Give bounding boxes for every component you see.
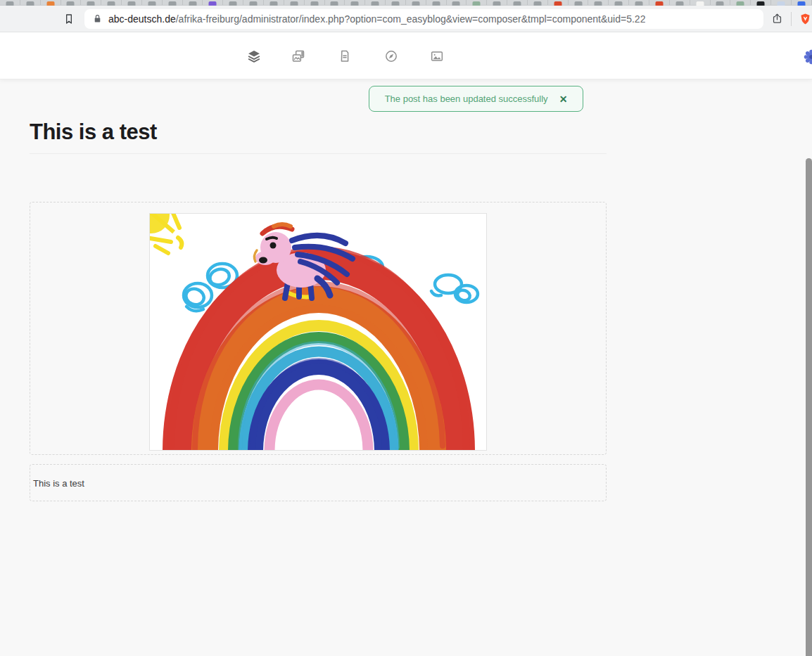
browser-tab[interactable] [305,0,325,5]
browser-tab[interactable] [325,0,345,5]
browser-tab[interactable] [122,0,142,5]
tab-strip[interactable] [0,0,812,6]
tab-favicon [310,1,318,6]
tab-favicon [351,1,359,6]
tab-favicon [209,1,217,6]
tab-favicon [269,1,277,6]
browser-tab[interactable] [101,0,122,5]
tab-favicon [250,1,258,6]
alert-close-icon[interactable]: ✕ [559,94,568,104]
browser-tab[interactable] [142,0,163,5]
tab-favicon [574,1,582,6]
tab-favicon [372,1,379,6]
tab-favicon [615,1,623,6]
tab-favicon [696,1,704,6]
browser-tab[interactable] [467,0,487,5]
tab-favicon [26,1,34,6]
browser-tab[interactable] [649,0,670,5]
browser-tab[interactable] [569,0,589,5]
browser-tab[interactable] [548,0,569,5]
browser-tab[interactable] [0,0,20,5]
browser-tab[interactable] [41,0,61,5]
brave-shield-icon[interactable] [798,12,812,26]
browser-tab[interactable] [163,0,183,5]
tab-favicon [595,1,602,6]
media-gallery-icon[interactable] [291,49,305,63]
post-image-rainbow-drawing [149,213,487,451]
browser-tab[interactable] [447,0,467,5]
browser-tab[interactable] [771,0,792,5]
browser-tab[interactable] [487,0,507,5]
tab-favicon [655,1,663,6]
browser-tab[interactable] [711,0,731,5]
tab-favicon [189,1,196,6]
post-body-text: This is a test [33,478,602,489]
browser-tab[interactable] [203,0,223,5]
text-block[interactable]: This is a test [30,464,607,501]
browser-tab[interactable] [730,0,751,5]
browser-tab[interactable] [609,0,629,5]
browser-tab[interactable] [81,0,101,5]
browser-tab[interactable] [365,0,386,5]
bookmark-icon[interactable] [62,12,76,26]
tab-favicon [46,1,54,6]
layers-icon[interactable] [247,49,261,63]
tab-favicon [777,1,785,6]
tab-favicon [635,1,643,6]
browser-tab[interactable] [670,0,690,5]
tab-favicon [716,1,724,6]
browser-tab[interactable] [690,0,711,5]
browser-tab[interactable] [183,0,203,5]
browser-tab[interactable] [792,0,812,5]
post-title[interactable]: This is a test [30,120,157,145]
title-divider [30,153,607,154]
browser-tab[interactable] [264,0,284,5]
tab-favicon [473,1,481,6]
tab-favicon [797,1,805,6]
scrollbar-thumb[interactable] [806,158,812,656]
tab-favicon [290,1,298,6]
tab-favicon [87,1,95,6]
tab-favicon [452,1,460,6]
tab-favicon [514,1,521,6]
browser-tab[interactable] [223,0,243,5]
browser-tab[interactable] [20,0,41,5]
browser-tab[interactable] [629,0,649,5]
tab-favicon [554,1,562,6]
tab-favicon [757,1,765,6]
browser-tab[interactable] [386,0,406,5]
url-path: /afrika-freiburg/administrator/index.php… [176,13,646,25]
browser-tab[interactable] [588,0,609,5]
tab-favicon [675,1,683,6]
address-field[interactable]: abc-deutsch.de/afrika-freiburg/administr… [84,9,763,29]
compass-icon[interactable] [384,49,398,63]
tab-favicon [229,1,237,6]
alert-message: The post has been updated successfully [385,94,548,104]
image-block[interactable] [30,202,607,455]
browser-tab[interactable] [528,0,548,5]
document-icon[interactable] [338,49,352,63]
tab-favicon [737,1,744,6]
browser-tab[interactable] [243,0,264,5]
url-domain: abc-deutsch.de [108,13,176,25]
browser-tab[interactable] [406,0,426,5]
lock-icon [93,14,102,23]
browser-tab[interactable] [61,0,82,5]
success-alert: The post has been updated successfully ✕ [369,86,583,112]
browser-tab[interactable] [284,0,305,5]
tab-favicon [108,1,115,6]
composer-canvas: The post has been updated successfully ✕… [0,79,812,656]
page-url: abc-deutsch.de/afrika-freiburg/administr… [108,13,645,25]
gear-badge-icon[interactable] [804,49,812,65]
browser-tab[interactable] [751,0,771,5]
tab-favicon [391,1,399,6]
browser-tab[interactable] [507,0,528,5]
tab-favicon [168,1,176,6]
browser-tab[interactable] [345,0,365,5]
tab-favicon [432,1,440,6]
toolbar-divider [791,12,792,26]
image-icon[interactable] [430,49,444,63]
browser-url-bar: abc-deutsch.de/afrika-freiburg/administr… [0,6,812,32]
browser-tab[interactable] [426,0,447,5]
share-icon[interactable] [769,11,785,27]
